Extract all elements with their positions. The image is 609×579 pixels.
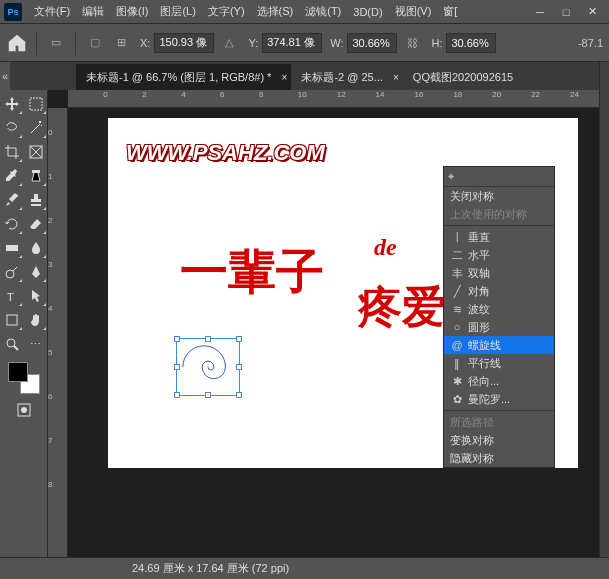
svg-point-7 xyxy=(7,339,15,347)
gradient-tool[interactable] xyxy=(2,238,22,258)
handle-bc[interactable] xyxy=(205,392,211,398)
menu-image[interactable]: 图像(I) xyxy=(110,1,154,22)
menu-layer[interactable]: 图层(L) xyxy=(154,1,201,22)
menu-type[interactable]: 文字(Y) xyxy=(202,1,251,22)
handle-tr[interactable] xyxy=(236,336,242,342)
lasso-tool[interactable] xyxy=(2,118,22,138)
w-field[interactable]: 30.66% xyxy=(347,33,397,53)
heal-tool[interactable] xyxy=(26,166,46,186)
move-tool[interactable] xyxy=(2,94,22,114)
tab-doc-2[interactable]: 未标题-2 @ 25...× xyxy=(291,64,402,90)
menu-3d[interactable]: 3D(D) xyxy=(347,3,388,21)
brush-tool[interactable] xyxy=(2,190,22,210)
close-icon[interactable]: × xyxy=(393,72,399,83)
dodge-tool[interactable] xyxy=(2,262,22,282)
menu-window[interactable]: 窗[ xyxy=(437,1,463,22)
w-label: W: xyxy=(330,37,343,49)
grid-icon[interactable]: ⊞ xyxy=(110,32,132,54)
menu-filter[interactable]: 滤镜(T) xyxy=(299,1,347,22)
handle-tl[interactable] xyxy=(174,336,180,342)
menu-bar: Ps 文件(F) 编辑 图像(I) 图层(L) 文字(Y) 选择(S) 滤镜(T… xyxy=(0,0,609,24)
h-label: H: xyxy=(431,37,442,49)
angle-field[interactable]: -87.1 xyxy=(578,37,603,49)
h-field[interactable]: 30.66% xyxy=(446,33,496,53)
status-bar: 24.69 厘米 x 17.64 厘米 (72 ppi) xyxy=(0,557,609,579)
sym-diagonal[interactable]: ╱对角 xyxy=(444,282,554,300)
hide-symmetry[interactable]: 隐藏对称 xyxy=(444,449,554,467)
transform-icon[interactable]: ▭ xyxy=(45,32,67,54)
crop-tool[interactable] xyxy=(2,142,22,162)
panel-rail[interactable] xyxy=(599,62,609,557)
foreground-color[interactable] xyxy=(8,362,28,382)
svg-rect-3 xyxy=(6,245,18,251)
close-symmetry[interactable]: 关闭对称 xyxy=(444,187,554,205)
sym-vertical[interactable]: 丨垂直 xyxy=(444,228,554,246)
ref-point-icon[interactable]: ▢ xyxy=(84,32,106,54)
menu-view[interactable]: 视图(V) xyxy=(389,1,438,22)
marquee-tool[interactable] xyxy=(26,94,46,114)
handle-br[interactable] xyxy=(236,392,242,398)
sym-wavy[interactable]: ≋波纹 xyxy=(444,300,554,318)
link-wh-icon[interactable]: ⛓ xyxy=(401,32,423,54)
menu-select[interactable]: 选择(S) xyxy=(251,1,300,22)
handle-ml[interactable] xyxy=(174,364,180,370)
collapse-chevron[interactable]: « xyxy=(0,62,10,90)
ruler-vertical[interactable]: 0 1 2 3 4 5 6 7 8 xyxy=(48,108,68,557)
menu-edit[interactable]: 编辑 xyxy=(76,1,110,22)
sym-spiral[interactable]: @螺旋线 xyxy=(444,336,554,354)
canvas-text-1: 一輩子 xyxy=(180,240,324,304)
win-maximize[interactable]: □ xyxy=(553,2,579,22)
pen-tool[interactable] xyxy=(26,262,46,282)
svg-rect-6 xyxy=(7,315,17,325)
history-brush-tool[interactable] xyxy=(2,214,22,234)
svg-point-9 xyxy=(21,407,27,413)
home-icon[interactable] xyxy=(6,32,28,54)
sym-parallel[interactable]: ‖平行线 xyxy=(444,354,554,372)
tab-doc-3[interactable]: QQ截图2020092615 xyxy=(403,64,533,90)
hand-tool[interactable] xyxy=(26,310,46,330)
handle-tc[interactable] xyxy=(205,336,211,342)
frame-tool[interactable] xyxy=(26,142,46,162)
path-select-tool[interactable] xyxy=(26,286,46,306)
win-minimize[interactable]: ─ xyxy=(527,2,553,22)
transform-symmetry[interactable]: 变换对称 xyxy=(444,431,554,449)
win-close[interactable]: ✕ xyxy=(579,2,605,22)
y-field[interactable]: 374.81 像 xyxy=(262,33,322,53)
sym-radial[interactable]: ✱径向... xyxy=(444,372,554,390)
butterfly-icon: ⌖ xyxy=(448,170,454,183)
symmetry-panel: ⌖ 关闭对称 上次使用的对称 丨垂直 二水平 丰双轴 ╱对角 ≋波纹 ○圆形 @… xyxy=(443,166,555,468)
x-field[interactable]: 150.93 像 xyxy=(154,33,214,53)
eraser-tool[interactable] xyxy=(26,214,46,234)
handle-mr[interactable] xyxy=(236,364,242,370)
tab-doc-1[interactable]: 未标题-1 @ 66.7% (图层 1, RGB/8#) *× xyxy=(76,64,291,90)
svg-rect-0 xyxy=(30,98,42,110)
status-dimensions: 24.69 厘米 x 17.64 厘米 (72 ppi) xyxy=(130,561,291,576)
watermark-text: WWW.PSAHZ.COM xyxy=(126,140,325,166)
blur-tool[interactable] xyxy=(26,238,46,258)
swap-xy-icon[interactable]: △ xyxy=(218,32,240,54)
more-tool[interactable]: ⋯ xyxy=(26,334,46,354)
color-swatch[interactable] xyxy=(8,362,40,394)
sym-horizontal[interactable]: 二水平 xyxy=(444,246,554,264)
sym-dualaxis[interactable]: 丰双轴 xyxy=(444,264,554,282)
svg-point-4 xyxy=(6,270,14,278)
shape-tool[interactable] xyxy=(2,310,22,330)
canvas-text-2: de xyxy=(374,234,397,261)
svg-text:T: T xyxy=(7,291,14,303)
stamp-tool[interactable] xyxy=(26,190,46,210)
options-bar: ▭ ▢ ⊞ X: 150.93 像 △ Y: 374.81 像 W: 30.66… xyxy=(0,24,609,62)
quickmask-tool[interactable] xyxy=(14,400,34,420)
transform-bbox[interactable] xyxy=(176,338,240,396)
sym-mandala[interactable]: ✿曼陀罗... xyxy=(444,390,554,408)
eyedropper-tool[interactable] xyxy=(2,166,22,186)
wand-tool[interactable] xyxy=(26,118,46,138)
type-tool[interactable]: T xyxy=(2,286,22,306)
menu-file[interactable]: 文件(F) xyxy=(28,1,76,22)
close-icon[interactable]: × xyxy=(282,72,288,83)
canvas-area: 0 2 4 6 8 10 12 14 16 18 20 22 24 0 1 2 … xyxy=(48,90,609,557)
sym-circle[interactable]: ○圆形 xyxy=(444,318,554,336)
ruler-horizontal[interactable]: 0 2 4 6 8 10 12 14 16 18 20 22 24 xyxy=(68,90,609,108)
zoom-tool[interactable] xyxy=(2,334,22,354)
document-tabs: 未标题-1 @ 66.7% (图层 1, RGB/8#) *× 未标题-2 @ … xyxy=(0,62,609,90)
handle-bl[interactable] xyxy=(174,392,180,398)
